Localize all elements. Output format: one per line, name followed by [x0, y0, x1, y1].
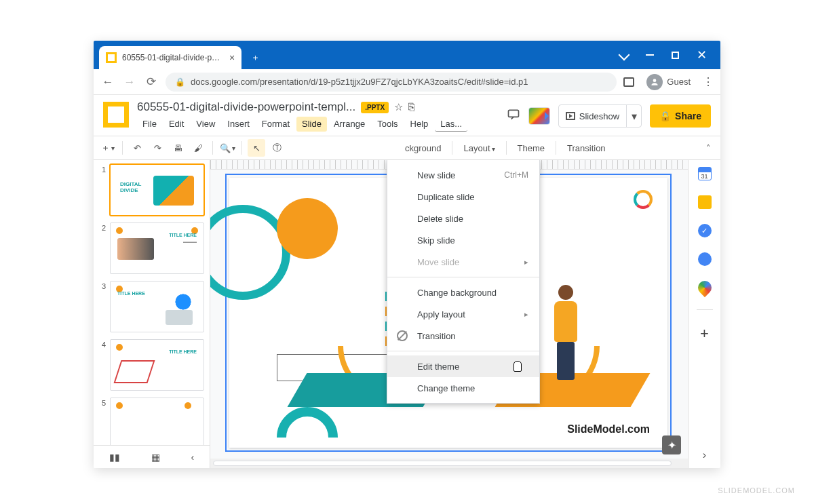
explore-button[interactable]: ✦	[662, 435, 681, 454]
thumbnail-number: 4	[99, 339, 106, 391]
menu-insert[interactable]: Insert	[222, 117, 255, 132]
menu-skip-slide[interactable]: Skip slide	[387, 229, 539, 251]
menu-separator	[387, 351, 539, 351]
collapse-side-icon[interactable]: ›	[703, 449, 706, 461]
keep-icon[interactable]	[698, 195, 712, 209]
slideshow-button[interactable]: Slideshow ▾	[558, 104, 642, 128]
tab-close-icon[interactable]: ×	[229, 52, 235, 63]
slideshow-caret[interactable]: ▾	[626, 105, 641, 127]
thumbnail-1[interactable]: 1	[99, 164, 204, 216]
paint-format-button[interactable]: 🖌	[189, 139, 207, 157]
grid-view-icon[interactable]: ▦	[151, 452, 160, 463]
side-separator	[697, 309, 713, 310]
toolbar-layout-option[interactable]: Layout▾	[458, 143, 500, 153]
window-minimize-icon[interactable]	[646, 54, 654, 56]
menu-separator	[387, 277, 539, 277]
menu-format[interactable]: Format	[256, 117, 295, 132]
new-slide-button[interactable]: ＋▾	[99, 139, 117, 157]
nav-forward-icon[interactable]: →	[122, 75, 137, 89]
thumbnail-5[interactable]: 5	[99, 398, 204, 449]
address-bar[interactable]: 🔒 docs.google.com/presentation/d/19-p5z1…	[166, 73, 617, 92]
textbox-tool[interactable]: Ⓣ	[268, 139, 286, 157]
menu-move-slide: Move slide▸	[387, 251, 539, 273]
comments-icon[interactable]	[507, 108, 520, 125]
new-tab-button[interactable]: ＋	[246, 48, 265, 67]
calendar-icon[interactable]	[698, 167, 712, 180]
share-label: Share	[675, 111, 701, 121]
menu-apply-layout[interactable]: Apply layout▸	[387, 303, 539, 325]
menu-duplicate-slide[interactable]: Duplicate slide	[387, 186, 539, 208]
browser-window: 60555-01-digital-divide-powerpc × ＋ ✕ ← …	[94, 41, 720, 468]
browser-tab-title: 60555-01-digital-divide-powerpc	[122, 53, 224, 62]
star-icon[interactable]: ☆	[394, 101, 403, 113]
transition-icon	[397, 330, 408, 341]
window-maximize-icon[interactable]	[672, 52, 679, 59]
collapse-panel-icon[interactable]: ‹	[191, 452, 194, 463]
menu-edit-theme[interactable]: Edit theme	[387, 355, 539, 377]
profile-label: Guest	[667, 77, 691, 87]
tasks-icon[interactable]	[698, 224, 712, 237]
menu-new-slide[interactable]: New slide Ctrl+M	[387, 164, 539, 186]
slide-menu-dropdown: New slide Ctrl+M Duplicate slide Delete …	[387, 160, 540, 404]
lock-icon: 🔒	[659, 111, 671, 121]
undo-button[interactable]: ↶	[128, 139, 146, 157]
browser-tab-active[interactable]: 60555-01-digital-divide-powerpc ×	[99, 46, 241, 69]
contacts-icon[interactable]	[698, 252, 712, 266]
zoom-button[interactable]: 🔍▾	[218, 139, 236, 157]
maps-icon[interactable]	[695, 278, 714, 297]
svg-point-0	[653, 79, 657, 82]
menubar: File Edit View Insert Format Slide Arran…	[137, 117, 499, 132]
menu-file[interactable]: File	[137, 117, 162, 132]
slides-logo-icon[interactable]	[103, 102, 129, 128]
slideshow-label: Slideshow	[579, 111, 619, 121]
nav-reload-icon[interactable]: ⟳	[144, 75, 159, 89]
browser-actions: Guest ⋮	[623, 74, 714, 90]
menu-arrange[interactable]: Arrange	[328, 117, 370, 132]
document-title[interactable]: 60555-01-digital-divide-powerpoint-templ…	[137, 100, 355, 114]
avatar-icon	[646, 74, 663, 90]
menu-view[interactable]: View	[191, 117, 220, 132]
toolbar-transition-option[interactable]: Transition	[562, 143, 611, 153]
browser-menu-icon[interactable]: ⋮	[703, 75, 714, 88]
horizontal-scrollbar[interactable]	[210, 459, 688, 468]
browser-toolbar: ← → ⟳ 🔒 docs.google.com/presentation/d/1…	[94, 69, 720, 95]
thumbnail-4[interactable]: 4 TITLE HERE	[99, 339, 204, 391]
menu-change-background[interactable]: Change background	[387, 282, 539, 303]
menu-help[interactable]: Help	[405, 117, 434, 132]
reading-list-icon[interactable]	[623, 77, 634, 87]
menu-slide[interactable]: Slide	[296, 117, 327, 132]
select-tool[interactable]: ↖	[248, 139, 265, 157]
slidemodel-logo-icon	[634, 190, 653, 209]
add-addon-icon[interactable]: +	[700, 325, 709, 343]
thumbnail-3[interactable]: 3 TITLE HERE	[99, 281, 204, 332]
meet-button[interactable]	[528, 107, 550, 125]
nav-back-icon[interactable]: ←	[100, 75, 115, 89]
redo-button[interactable]: ↷	[149, 139, 166, 157]
share-button[interactable]: 🔒 Share	[650, 104, 711, 128]
menu-change-theme[interactable]: Change theme	[387, 377, 539, 399]
chevron-down-icon[interactable]	[619, 50, 630, 61]
toolbar-background-option[interactable]: ckground	[400, 143, 446, 153]
thumbnail-number: 1	[99, 164, 106, 216]
thumbnail-footer: ▮▮ ▦ ‹	[94, 445, 210, 468]
lock-icon: 🔒	[175, 77, 185, 87]
thumbnail-2[interactable]: 2 TITLE HERE ▬▬▬▬	[99, 222, 204, 274]
menu-delete-slide[interactable]: Delete slide	[387, 208, 539, 229]
window-close-icon[interactable]: ✕	[697, 47, 707, 62]
print-button[interactable]: 🖶	[169, 139, 187, 157]
profile-button[interactable]: Guest	[646, 74, 691, 90]
collapse-toolbar-icon[interactable]: ˄	[706, 143, 711, 153]
slides-app: 60555-01-digital-divide-powerpoint-templ…	[94, 95, 720, 468]
menu-transition[interactable]: Transition	[387, 325, 539, 347]
filmstrip-view-icon[interactable]: ▮▮	[109, 452, 120, 463]
header-actions: Slideshow ▾ 🔒 Share	[507, 104, 711, 128]
window-titlebar: 60555-01-digital-divide-powerpc × ＋ ✕	[94, 41, 720, 69]
move-icon[interactable]: ⎘	[408, 101, 415, 113]
menu-overflow[interactable]: Las...	[435, 117, 467, 132]
slide-canvas[interactable]: New slide Ctrl+M Duplicate slide Delete …	[210, 160, 688, 468]
toolbar-theme-option[interactable]: Theme	[512, 143, 550, 153]
cursor-pointer-icon	[513, 361, 523, 373]
side-panel: + ›	[688, 160, 720, 468]
menu-edit[interactable]: Edit	[163, 117, 189, 132]
menu-tools[interactable]: Tools	[372, 117, 403, 132]
